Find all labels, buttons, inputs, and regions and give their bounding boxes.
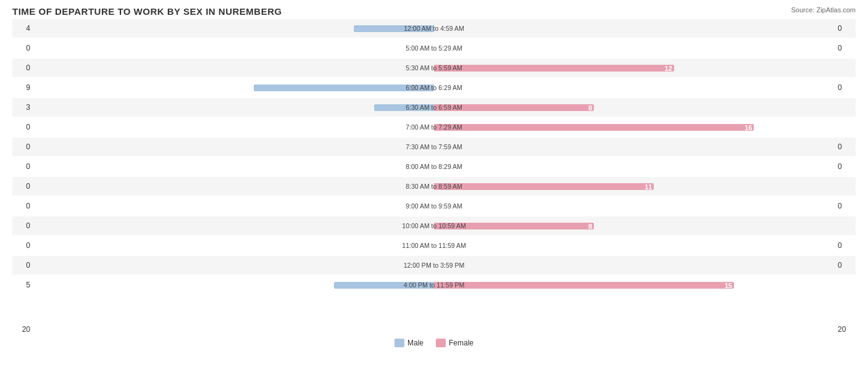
chart-row: 07:30 AM to 7:59 AM0 [12, 138, 856, 156]
bar-section: 4:00 PM to 11:59 PM15 [34, 276, 834, 294]
male-value-label: 0 [12, 44, 34, 52]
legend-female-box [436, 339, 446, 347]
time-label: 12:00 PM to 3:59 PM [404, 262, 465, 269]
female-value-label: 0 [834, 24, 856, 33]
female-bar: 15 [434, 282, 734, 289]
female-bar: 12 [434, 65, 674, 72]
chart-area: 412:00 AM to 4:59 AM005:00 AM to 5:29 AM… [12, 19, 856, 321]
female-bar: 11 [434, 183, 654, 190]
male-value-label: 0 [12, 241, 34, 250]
female-value-label: 0 [834, 202, 856, 210]
time-label: 11:00 AM to 11:59 AM [402, 242, 465, 249]
chart-row: 010:00 AM to 10:59 AM8 [12, 216, 856, 235]
male-value-label: 0 [12, 142, 34, 151]
male-value-label: 9 [12, 83, 34, 92]
female-value-label: 0 [834, 162, 856, 171]
chart-row: 05:00 AM to 5:29 AM0 [12, 39, 856, 57]
female-inside-value: 12 [665, 65, 672, 72]
bar-section: 5:30 AM to 5:59 AM12 [34, 59, 834, 77]
male-value-label: 0 [12, 221, 34, 230]
chart-row: 09:00 AM to 9:59 AM0 [12, 197, 856, 215]
bar-section: 7:00 AM to 7:29 AM16 [34, 118, 834, 136]
female-value-label: 0 [834, 44, 856, 52]
male-value-label: 0 [12, 261, 34, 270]
chart-container: TIME OF DEPARTURE TO WORK BY SEX IN NURE… [0, 0, 868, 367]
chart-row: 012:00 PM to 3:59 PM0 [12, 256, 856, 274]
axis-left: 20 [12, 325, 34, 334]
chart-row: 08:00 AM to 8:29 AM0 [12, 157, 856, 176]
legend-female: Female [436, 339, 474, 347]
legend-male-label: Male [407, 339, 424, 347]
male-bar [254, 85, 434, 91]
source-text: Source: ZipAtlas.com [791, 6, 856, 14]
female-inside-value: 8 [588, 104, 592, 112]
chart-row: 08:30 AM to 8:59 AM11 [12, 177, 856, 196]
male-value-label: 5 [12, 281, 34, 289]
bar-section: 11:00 AM to 11:59 AM [34, 236, 834, 255]
male-bar [374, 104, 434, 111]
bar-section: 12:00 AM to 4:59 AM [34, 19, 834, 38]
male-value-label: 0 [12, 162, 34, 171]
male-value-label: 4 [12, 24, 34, 33]
female-value-label: 0 [834, 142, 856, 151]
time-label: 5:00 AM to 5:29 AM [406, 44, 462, 52]
legend-male: Male [394, 339, 424, 347]
axis-right: 20 [834, 325, 856, 334]
male-bar [334, 282, 434, 289]
chart-title: TIME OF DEPARTURE TO WORK BY SEX IN NURE… [12, 6, 856, 17]
legend-female-label: Female [449, 339, 474, 347]
female-inside-value: 15 [725, 282, 732, 289]
bar-section: 6:00 AM to 6:29 AM [34, 78, 834, 97]
bar-section: 12:00 PM to 3:59 PM [34, 256, 834, 274]
bar-section: 8:30 AM to 8:59 AM11 [34, 177, 834, 196]
female-inside-value: 11 [645, 183, 652, 191]
female-inside-value: 8 [588, 223, 592, 230]
male-value-label: 0 [12, 123, 34, 131]
female-value-label: 0 [834, 83, 856, 92]
male-value-label: 0 [12, 182, 34, 191]
bar-section: 5:00 AM to 5:29 AM [34, 39, 834, 57]
female-value-label: 0 [834, 241, 856, 250]
bar-section: 6:30 AM to 6:59 AM8 [34, 98, 834, 117]
time-label: 8:00 AM to 8:29 AM [406, 163, 462, 170]
axis-row: 20 20 [12, 325, 856, 334]
bar-section: 9:00 AM to 9:59 AM [34, 197, 834, 215]
chart-row: 36:30 AM to 6:59 AM8 [12, 98, 856, 117]
male-bar [354, 25, 434, 32]
female-bar: 16 [434, 124, 754, 131]
chart-row: 54:00 PM to 11:59 PM15 [12, 276, 856, 294]
male-value-label: 0 [12, 202, 34, 210]
bar-section: 8:00 AM to 8:29 AM [34, 157, 834, 176]
bar-section: 10:00 AM to 10:59 AM8 [34, 216, 834, 235]
bar-section: 7:30 AM to 7:59 AM [34, 138, 834, 156]
chart-row: 011:00 AM to 11:59 AM0 [12, 236, 856, 255]
chart-row: 412:00 AM to 4:59 AM0 [12, 19, 856, 38]
chart-row: 05:30 AM to 5:59 AM12 [12, 59, 856, 77]
legend: Male Female [12, 339, 856, 347]
female-inside-value: 16 [745, 124, 752, 131]
female-value-label: 0 [834, 261, 856, 270]
legend-male-box [394, 339, 404, 347]
female-bar: 8 [434, 104, 594, 111]
chart-row: 96:00 AM to 6:29 AM0 [12, 78, 856, 97]
male-value-label: 3 [12, 103, 34, 112]
time-label: 7:30 AM to 7:59 AM [406, 143, 462, 151]
chart-row: 07:00 AM to 7:29 AM16 [12, 118, 856, 136]
female-bar: 8 [434, 223, 594, 229]
male-value-label: 0 [12, 64, 34, 72]
time-label: 9:00 AM to 9:59 AM [406, 202, 462, 210]
